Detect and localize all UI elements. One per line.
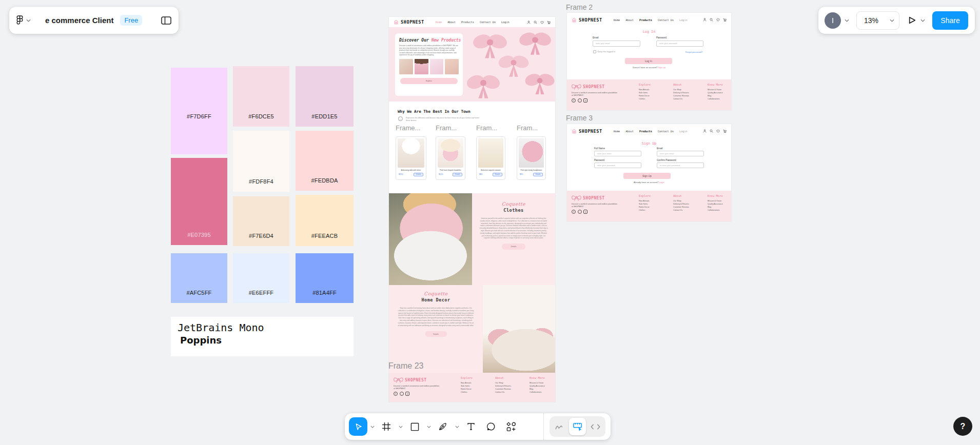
- footer-link[interactable]: Quality Assurance: [708, 203, 723, 206]
- footer-link[interactable]: Clothes: [639, 209, 673, 212]
- footer-link[interactable]: Collaborations: [708, 209, 723, 212]
- decor-details-button[interactable]: Details: [425, 331, 447, 337]
- color-swatch[interactable]: #E07395: [171, 158, 227, 245]
- frame-tool-chevron-icon[interactable]: [397, 426, 404, 428]
- password-field[interactable]: enter your password: [656, 41, 703, 47]
- product-details-button[interactable]: Details: [533, 173, 543, 176]
- nav-home[interactable]: Home: [614, 130, 620, 133]
- canvas-frame-label[interactable]: Frame 3: [566, 114, 593, 122]
- nav-products[interactable]: Products: [461, 21, 474, 24]
- main-menu-chevron-icon[interactable]: [26, 19, 31, 22]
- file-title[interactable]: e commerce Client: [45, 16, 113, 25]
- heart-icon[interactable]: [540, 21, 544, 24]
- nav-login[interactable]: Login: [501, 21, 509, 24]
- footer-link[interactable]: Contact Us: [673, 209, 708, 212]
- toggle-sidebar-icon[interactable]: [161, 16, 171, 25]
- move-tool[interactable]: [349, 417, 367, 436]
- nav-about[interactable]: About: [625, 130, 634, 133]
- frame-login-page[interactable]: SHOPNEST Home About Products Contact Us …: [567, 13, 731, 110]
- facebook-icon[interactable]: f: [394, 392, 398, 396]
- x-icon[interactable]: x: [405, 392, 409, 396]
- cart-icon[interactable]: [723, 129, 727, 133]
- user-icon[interactable]: [703, 129, 707, 133]
- facebook-icon[interactable]: f: [572, 210, 576, 214]
- cart-icon[interactable]: [547, 21, 551, 24]
- login-button[interactable]: Log In: [625, 58, 672, 64]
- actions-tool[interactable]: [502, 417, 520, 436]
- fonts-card[interactable]: JetBrains Mono Poppins: [171, 317, 354, 356]
- present-button[interactable]: [908, 16, 916, 25]
- nav-about[interactable]: About: [447, 21, 456, 24]
- canvas-frame-label[interactable]: Frame 23: [388, 361, 423, 371]
- text-tool[interactable]: [462, 417, 480, 436]
- clothes-details-button[interactable]: Details: [502, 244, 525, 250]
- frame-home-page[interactable]: SHOPNEST Home About Products Contact Us …: [389, 17, 555, 402]
- present-chevron-icon[interactable]: [920, 19, 925, 22]
- instagram-icon[interactable]: ◦: [578, 98, 582, 103]
- figma-logo-icon[interactable]: [16, 15, 23, 25]
- canvas-frame-label[interactable]: Frame...: [396, 124, 427, 132]
- color-swatch[interactable]: #E6EFFF: [233, 253, 289, 303]
- login-link[interactable]: Login: [659, 181, 664, 184]
- canvas-frame-label[interactable]: Fram...: [476, 124, 508, 132]
- signup-button[interactable]: Sign Up: [623, 173, 671, 179]
- x-icon[interactable]: x: [583, 210, 587, 214]
- footer-link[interactable]: Clothes: [461, 391, 495, 394]
- footer-link[interactable]: Mission & Vision: [708, 199, 723, 203]
- user-icon[interactable]: [527, 21, 531, 24]
- canvas-frame-label[interactable]: Frame 2: [566, 3, 593, 11]
- dev-mode-button[interactable]: [587, 418, 604, 435]
- color-swatch[interactable]: #FEEACB: [296, 195, 354, 246]
- product-card[interactable]: Pink heart shaped chandelier $120Details: [436, 136, 465, 180]
- hero-cta-button[interactable]: Explore: [400, 78, 458, 84]
- product-details-button[interactable]: Details: [414, 173, 423, 176]
- signup-link[interactable]: Sign up: [658, 66, 665, 69]
- search-icon[interactable]: [534, 21, 537, 24]
- password-field[interactable]: enter your password: [594, 163, 641, 168]
- nav-login[interactable]: Login: [679, 130, 688, 133]
- full-name-field[interactable]: enter your name: [594, 151, 641, 156]
- rectangle-tool[interactable]: [405, 417, 424, 436]
- footer-link[interactable]: Quality Assurance: [530, 385, 545, 388]
- product-details-button[interactable]: Details: [453, 173, 462, 176]
- color-swatch[interactable]: #FEDBDA: [296, 131, 354, 191]
- pen-tool[interactable]: [434, 417, 452, 436]
- footer-link[interactable]: Collaborations: [708, 97, 723, 100]
- nav-contact-us[interactable]: Contact Us: [658, 130, 674, 133]
- design-mode-button[interactable]: [569, 418, 586, 435]
- instagram-icon[interactable]: ◦: [400, 392, 404, 396]
- shape-tool-chevron-icon[interactable]: [425, 426, 432, 428]
- account-chevron-icon[interactable]: [845, 19, 849, 22]
- canvas-frame-label[interactable]: Fram...: [517, 124, 548, 132]
- heart-icon[interactable]: [716, 18, 720, 22]
- share-button[interactable]: Share: [932, 11, 968, 30]
- color-swatch[interactable]: #F7D6FF: [171, 68, 227, 154]
- footer-link[interactable]: Contact Us: [673, 97, 708, 100]
- footer-link[interactable]: Mission & Vision: [708, 88, 723, 91]
- nav-home[interactable]: Home: [436, 21, 442, 24]
- product-details-button[interactable]: Details: [493, 173, 502, 176]
- nav-about[interactable]: About: [625, 18, 634, 22]
- footer-link[interactable]: Contact Us: [495, 391, 530, 394]
- footer-link[interactable]: Collaborations: [530, 391, 545, 394]
- footer-link[interactable]: Mission & Vision: [530, 381, 545, 385]
- footer-link[interactable]: Clothes: [639, 97, 673, 100]
- x-icon[interactable]: x: [583, 98, 587, 103]
- search-icon[interactable]: [710, 129, 713, 133]
- avatar[interactable]: I: [825, 12, 841, 29]
- move-tool-chevron-icon[interactable]: [369, 426, 376, 428]
- confirm-password-field[interactable]: re-enter your password: [657, 163, 704, 168]
- cart-icon[interactable]: [723, 18, 727, 22]
- plan-badge[interactable]: Free: [120, 15, 142, 26]
- nav-products[interactable]: Products: [639, 18, 652, 22]
- color-swatch[interactable]: #81A4FF: [296, 253, 354, 303]
- nav-contact-us[interactable]: Contact Us: [658, 18, 674, 22]
- color-swatch[interactable]: #EDD1E5: [296, 66, 354, 127]
- search-icon[interactable]: [710, 18, 713, 22]
- color-swatch[interactable]: #AFC5FF: [171, 253, 227, 303]
- user-icon[interactable]: [703, 18, 707, 22]
- figma-canvas[interactable]: e commerce Client Free I 13% Share #F7D6…: [0, 0, 980, 445]
- frame-tool[interactable]: [377, 417, 396, 436]
- comment-tool[interactable]: [482, 417, 500, 436]
- zoom-dropdown[interactable]: 13%: [856, 11, 899, 30]
